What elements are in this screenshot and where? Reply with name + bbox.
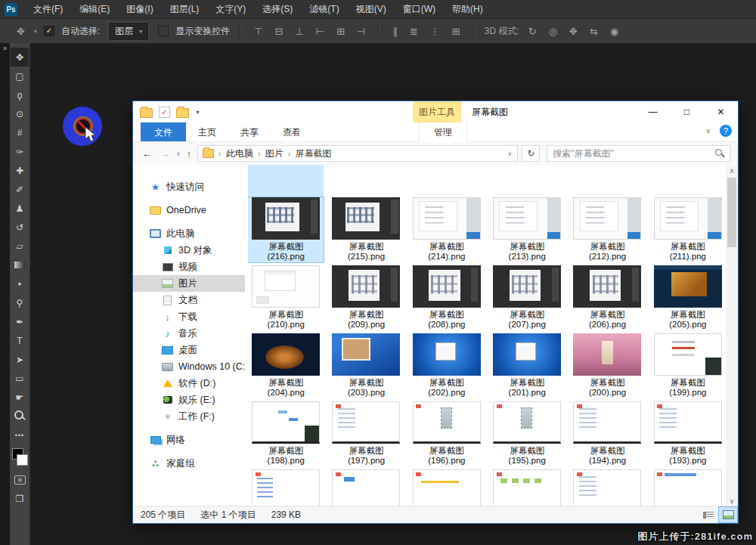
3d-mode-icon[interactable]: ◎	[543, 26, 563, 37]
quick-select-tool[interactable]: ⊙	[11, 104, 29, 123]
align-icon[interactable]: ⊞	[330, 26, 351, 37]
align-icon[interactable]: ⊥	[290, 26, 310, 37]
3d-mode-icon[interactable]: ↻	[522, 26, 543, 37]
menubar-item[interactable]: 文件(F)	[25, 0, 71, 18]
menubar-item[interactable]: 文字(Y)	[207, 0, 254, 18]
distribute-icon[interactable]: ⋮	[424, 26, 446, 37]
tab-view[interactable]: 查看	[271, 122, 313, 141]
sidebar-item-pictures[interactable]: 图片	[133, 275, 245, 292]
distribute-icon[interactable]: ∥	[386, 26, 404, 37]
sidebar-item-network[interactable]: 网络	[133, 432, 245, 448]
tab-home[interactable]: 主页	[186, 122, 228, 141]
file-item[interactable]: 屏幕截图(198).png	[248, 401, 324, 466]
qat-new-folder-icon[interactable]	[176, 108, 189, 118]
file-item[interactable]	[248, 469, 324, 506]
sidebar-item-drive-e[interactable]: 娱乐 (E:)	[133, 392, 245, 408]
search-input[interactable]: 搜索"屏幕截图"	[547, 145, 731, 162]
distribute-icon[interactable]: ⊞	[446, 26, 466, 37]
menubar-item[interactable]: 帮助(H)	[444, 0, 491, 18]
help-icon[interactable]	[720, 125, 732, 137]
file-item[interactable]: 屏幕截图(193).png	[650, 401, 726, 466]
align-icon[interactable]: ⊢	[310, 26, 330, 37]
align-icon[interactable]: ⊣	[351, 26, 371, 37]
tab-share[interactable]: 共享	[228, 122, 271, 141]
zoom-tool[interactable]	[11, 407, 29, 426]
blur-tool[interactable]: ●	[11, 274, 29, 293]
ribbon-collapse-icon[interactable]: ∨	[705, 127, 711, 135]
breadcrumb-item[interactable]: 此电脑	[222, 147, 258, 160]
crop-tool[interactable]: #	[11, 123, 29, 142]
file-item[interactable]: 屏幕截图(200).png	[569, 333, 645, 398]
file-item[interactable]: 屏幕截图(204).png	[248, 333, 324, 398]
sidebar-item-downloads[interactable]: 下载	[133, 308, 245, 325]
menubar-item[interactable]: 图层(L)	[162, 0, 208, 18]
file-item[interactable]: 屏幕截图(202).png	[409, 333, 485, 398]
quick-mask-mode[interactable]	[11, 470, 29, 489]
sidebar-item-drive-f[interactable]: 工作 (F:)	[133, 408, 245, 425]
sidebar-item-homegroup[interactable]: 家庭组	[133, 455, 245, 472]
file-item[interactable]: 屏幕截图(201).png	[489, 333, 565, 398]
minimize-button[interactable]: —	[636, 101, 670, 122]
file-item[interactable]: 屏幕截图(203).png	[328, 333, 404, 398]
history-brush-tool[interactable]: ↺	[11, 218, 29, 237]
up-button[interactable]: ↑	[184, 148, 194, 159]
file-item[interactable]	[489, 469, 565, 506]
file-item[interactable]: 屏幕截图(210).png	[248, 265, 324, 330]
recent-locations-icon[interactable]: ∨	[176, 150, 181, 157]
forward-button[interactable]: →	[158, 148, 172, 159]
address-bar[interactable]: › 此电脑›图片›屏幕截图 ∨	[197, 145, 518, 162]
sidebar-item-music[interactable]: 音乐	[133, 325, 245, 342]
clone-stamp-tool[interactable]: ♟	[11, 199, 29, 218]
qat-properties-icon[interactable]	[159, 107, 170, 118]
menubar-item[interactable]: 窗口(W)	[395, 0, 444, 18]
file-item[interactable]	[650, 469, 726, 506]
sidebar-item-documents[interactable]: 文档	[133, 292, 245, 308]
file-item[interactable]: 屏幕截图(205).png	[650, 265, 726, 330]
qat-folder-icon[interactable]	[140, 108, 153, 118]
file-item[interactable]: 屏幕截图(209).png	[328, 265, 404, 330]
gradient-tool[interactable]	[11, 255, 29, 274]
vertical-scrollbar[interactable]: ∧ ∨	[726, 165, 738, 506]
dodge-tool[interactable]: ⚲	[11, 293, 29, 312]
scrollbar-thumb[interactable]	[727, 178, 736, 247]
file-item[interactable]: 屏幕截图(208).png	[409, 265, 485, 330]
color-swatches[interactable]	[11, 447, 29, 470]
thumbnails-view-button[interactable]	[718, 506, 738, 523]
toolbar-more[interactable]: •••	[11, 426, 29, 444]
align-icon[interactable]: ⊟	[269, 26, 290, 37]
close-button[interactable]: ✕	[704, 101, 738, 122]
path-select-tool[interactable]: ➤	[11, 350, 29, 369]
breadcrumb-item[interactable]: 屏幕截图	[290, 147, 336, 160]
auto-select-checkbox[interactable]: ✓	[44, 26, 54, 36]
menubar-item[interactable]: 图像(I)	[118, 0, 161, 18]
file-item[interactable]: 屏幕截图(196).png	[409, 401, 485, 466]
screen-mode[interactable]: ❐	[11, 489, 29, 508]
eraser-tool[interactable]: ▱	[11, 237, 29, 255]
sidebar-item-this-pc[interactable]: 此电脑	[133, 225, 245, 242]
title-bar[interactable]: 图片工具 屏幕截图 —□✕	[133, 101, 738, 122]
qat-customize-icon[interactable]	[195, 110, 200, 115]
move-tool-icon[interactable]: ✥	[11, 26, 31, 37]
sidebar-item-quick-access[interactable]: 快速访问	[133, 178, 245, 195]
back-button[interactable]: ←	[140, 148, 154, 159]
auto-select-dropdown[interactable]: 图层 ▾	[109, 23, 148, 40]
menubar-item[interactable]: 编辑(E)	[71, 0, 118, 18]
hand-tool[interactable]: ☛	[11, 388, 29, 407]
marquee-tool[interactable]: ▢	[11, 67, 29, 85]
scroll-down-icon[interactable]: ∨	[730, 495, 735, 506]
sidebar-item-3d-objects[interactable]: 3D 对象	[133, 242, 245, 259]
lasso-tool[interactable]: ϙ	[11, 85, 29, 104]
align-icon[interactable]: ⊤	[248, 26, 268, 37]
file-item[interactable]: 屏幕截图(211).png	[650, 197, 726, 262]
eyedropper-tool[interactable]: ✑	[11, 142, 29, 161]
pen-tool[interactable]: ✒	[11, 312, 29, 331]
menubar-item[interactable]: 视图(V)	[348, 0, 395, 18]
type-tool[interactable]: T	[11, 331, 29, 350]
scroll-up-icon[interactable]: ∧	[730, 165, 735, 176]
sidebar-item-desktop[interactable]: 桌面	[133, 342, 245, 358]
file-item[interactable]: 屏幕截图(199).png	[650, 333, 726, 398]
menubar-item[interactable]: 滤镜(T)	[301, 0, 347, 18]
details-view-button[interactable]	[699, 506, 718, 523]
panel-collapse-strip[interactable]: »	[0, 43, 10, 545]
3d-mode-icon[interactable]: ◉	[604, 26, 624, 37]
